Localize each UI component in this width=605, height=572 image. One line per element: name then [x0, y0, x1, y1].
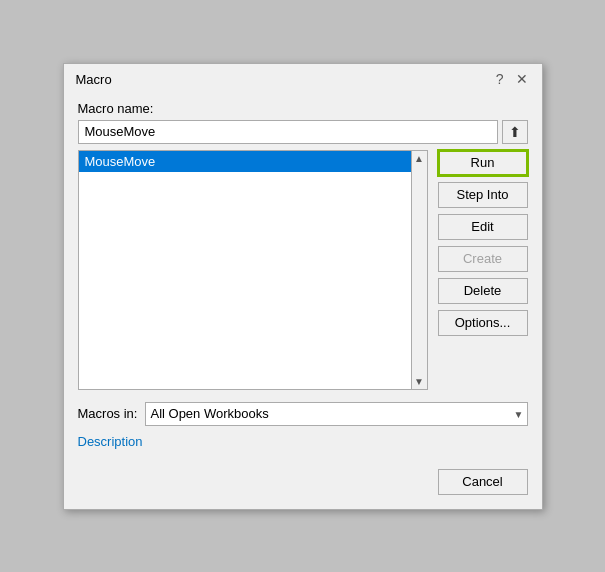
description-label: Description — [78, 434, 143, 449]
list-item[interactable]: MouseMove — [79, 151, 427, 172]
title-actions: ? ✕ — [494, 72, 530, 86]
step-into-button[interactable]: Step Into — [438, 182, 528, 208]
action-buttons: Run Step Into Edit Create Delete Options… — [438, 150, 528, 390]
scroll-down-icon[interactable]: ▼ — [412, 374, 426, 389]
create-button[interactable]: Create — [438, 246, 528, 272]
cancel-button[interactable]: Cancel — [438, 469, 528, 495]
edit-button[interactable]: Edit — [438, 214, 528, 240]
macros-in-select[interactable]: All Open Workbooks This Workbook Persona… — [145, 402, 527, 426]
macros-in-select-wrapper: All Open Workbooks This Workbook Persona… — [145, 402, 527, 426]
scroll-up-icon[interactable]: ▲ — [412, 151, 426, 166]
options-button[interactable]: Options... — [438, 310, 528, 336]
scrollbar[interactable]: ▲ ▼ — [411, 151, 427, 389]
main-content: MouseMove ▲ ▼ Run Step Into Edit — [78, 150, 528, 390]
run-button[interactable]: Run — [438, 150, 528, 176]
macros-in-row: Macros in: All Open Workbooks This Workb… — [78, 402, 528, 426]
macro-name-label: Macro name: — [78, 101, 528, 116]
macro-name-row: ⬆ — [78, 120, 528, 144]
upload-icon: ⬆ — [509, 124, 521, 140]
macro-list[interactable]: MouseMove ▲ ▼ — [78, 150, 428, 390]
upload-button[interactable]: ⬆ — [502, 120, 528, 144]
dialog-body: Macro name: ⬆ MouseMove ▲ ▼ Run — [64, 91, 542, 509]
bottom-section: Macros in: All Open Workbooks This Workb… — [78, 402, 528, 449]
macros-in-label: Macros in: — [78, 406, 138, 421]
close-button[interactable]: ✕ — [514, 72, 530, 86]
dialog-title: Macro — [76, 72, 112, 87]
macro-name-input[interactable] — [78, 120, 498, 144]
cancel-row: Cancel — [78, 469, 528, 495]
title-bar: Macro ? ✕ — [64, 64, 542, 91]
macro-dialog: Macro ? ✕ Macro name: ⬆ MouseMove ▲ ▼ — [63, 63, 543, 510]
help-button[interactable]: ? — [494, 72, 506, 86]
delete-button[interactable]: Delete — [438, 278, 528, 304]
